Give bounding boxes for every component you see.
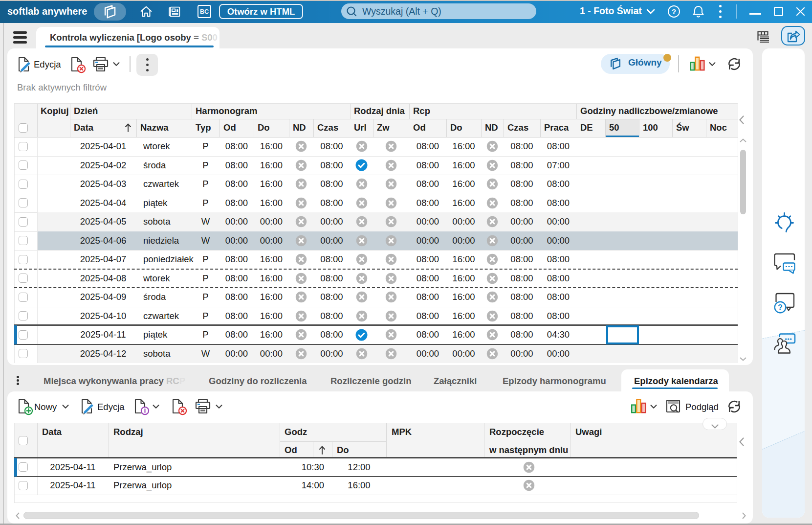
svg-text:?: ? bbox=[672, 7, 676, 16]
svg-text:?: ? bbox=[778, 303, 783, 312]
